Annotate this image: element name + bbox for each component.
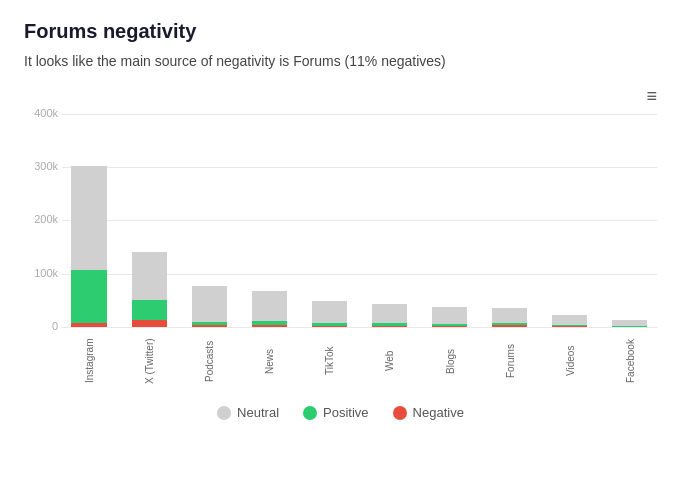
legend-label-positive: Positive — [323, 405, 369, 420]
x-axis-label: TikTok — [302, 331, 356, 391]
x-labels: InstagramX (Twitter)PodcastsNewsTikTokWe… — [62, 331, 657, 391]
bar-neutral — [132, 252, 167, 300]
bar-neutral — [432, 307, 467, 324]
y-axis-label: 100k — [34, 267, 58, 279]
bar-neutral — [71, 166, 106, 270]
y-axis-label: 300k — [34, 160, 58, 172]
x-axis-label: Facebook — [603, 331, 657, 391]
page-title: Forums negativity — [24, 20, 657, 43]
x-axis-label: Blogs — [423, 331, 477, 391]
legend-label-negative: Negative — [413, 405, 464, 420]
bar-group — [362, 304, 416, 327]
y-axis-label: 200k — [34, 213, 58, 225]
bar-positive — [612, 326, 647, 327]
y-axis-label: 0 — [52, 320, 58, 332]
x-axis-label: Web — [362, 331, 416, 391]
bar-neutral — [552, 315, 587, 325]
x-axis-label: News — [242, 331, 296, 391]
page-subtitle: It looks like the main source of negativ… — [24, 53, 657, 69]
x-axis-label: Podcasts — [182, 331, 236, 391]
legend-item-neutral: Neutral — [217, 405, 279, 420]
bar-negative — [492, 325, 527, 327]
bar-group — [543, 315, 597, 327]
bar-group — [423, 307, 477, 327]
bar-positive — [132, 300, 167, 320]
bar-negative — [552, 326, 587, 327]
bar-negative — [312, 326, 347, 327]
legend-dot-positive — [303, 406, 317, 420]
bar-group — [122, 252, 176, 327]
bar-negative — [192, 325, 227, 327]
bar-negative — [252, 325, 287, 327]
chart-container: ≡ 400k300k200k100k0 InstagramX (Twitter)… — [24, 87, 657, 391]
y-axis-label: 400k — [34, 107, 58, 119]
x-axis-label: Forums — [483, 331, 537, 391]
legend-dot-neutral — [217, 406, 231, 420]
x-axis-label: X (Twitter) — [122, 331, 176, 391]
legend-label-neutral: Neutral — [237, 405, 279, 420]
x-axis-label: Instagram — [62, 331, 116, 391]
bar-negative — [132, 320, 167, 327]
bar-negative — [71, 323, 106, 327]
bar-neutral — [252, 291, 287, 321]
bar-group — [62, 166, 116, 327]
bar-group — [182, 286, 236, 327]
legend-item-negative: Negative — [393, 405, 464, 420]
legend-item-positive: Positive — [303, 405, 369, 420]
bar-group — [483, 308, 537, 327]
legend: NeutralPositiveNegative — [24, 405, 657, 420]
x-axis-label: Videos — [543, 331, 597, 391]
bars-row — [62, 87, 657, 327]
bar-negative — [432, 326, 467, 327]
bar-negative — [372, 326, 407, 327]
bar-neutral — [372, 304, 407, 323]
bar-group — [603, 320, 657, 327]
bar-neutral — [312, 301, 347, 323]
bar-group — [242, 291, 296, 327]
bar-neutral — [492, 308, 527, 323]
bar-positive — [71, 270, 106, 323]
bar-neutral — [192, 286, 227, 322]
bar-group — [302, 301, 356, 327]
y-axis: 400k300k200k100k0 — [24, 87, 62, 327]
legend-dot-negative — [393, 406, 407, 420]
